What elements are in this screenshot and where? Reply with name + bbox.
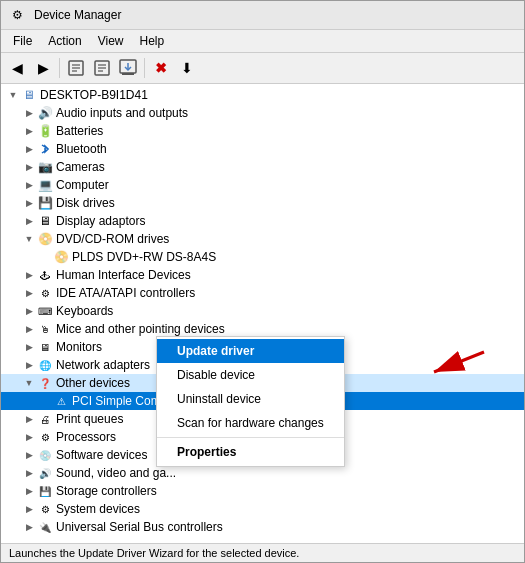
keyboards-icon: ⌨	[37, 303, 53, 319]
list-item[interactable]: ▶ 💻 Computer	[1, 176, 524, 194]
expand-storage[interactable]: ▶	[21, 483, 37, 499]
list-item[interactable]: ▶ 💾 Storage controllers	[1, 482, 524, 500]
usb-label: Universal Serial Bus controllers	[56, 520, 223, 534]
expand-disk[interactable]: ▶	[21, 195, 37, 211]
expand-batteries[interactable]: ▶	[21, 123, 37, 139]
list-item[interactable]: ▶ 📀 PLDS DVD+-RW DS-8A4S	[1, 248, 524, 266]
hid-label: Human Interface Devices	[56, 268, 191, 282]
expand-software[interactable]: ▶	[21, 447, 37, 463]
list-item[interactable]: ▶ 🕹 Human Interface Devices	[1, 266, 524, 284]
toolbar-forward[interactable]: ▶	[31, 56, 55, 80]
disk-label: Disk drives	[56, 196, 115, 210]
mice-icon: 🖱	[37, 321, 53, 337]
root-label: DESKTOP-B9I1D41	[40, 88, 148, 102]
status-text: Launches the Update Driver Wizard for th…	[9, 547, 299, 559]
storage-icon: 💾	[37, 483, 53, 499]
expand-bluetooth[interactable]: ▶	[21, 141, 37, 157]
list-item[interactable]: ▶ 📷 Cameras	[1, 158, 524, 176]
toolbar-update[interactable]	[116, 56, 140, 80]
batteries-label: Batteries	[56, 124, 103, 138]
expand-computer[interactable]: ▶	[21, 177, 37, 193]
keyboards-label: Keyboards	[56, 304, 113, 318]
expand-other[interactable]: ▼	[21, 375, 37, 391]
other-label: Other devices	[56, 376, 130, 390]
toolbar-separator-1	[59, 58, 60, 78]
toolbar-delete[interactable]: ✖	[149, 56, 173, 80]
disk-icon: 💾	[37, 195, 53, 211]
menu-help[interactable]: Help	[132, 32, 173, 50]
storage-label: Storage controllers	[56, 484, 157, 498]
print-icon: 🖨	[37, 411, 53, 427]
sound-icon: 🔊	[37, 465, 53, 481]
network-icon: 🌐	[37, 357, 53, 373]
cameras-label: Cameras	[56, 160, 105, 174]
system-label: System devices	[56, 502, 140, 516]
status-bar: Launches the Update Driver Wizard for th…	[1, 543, 524, 562]
expand-processors[interactable]: ▶	[21, 429, 37, 445]
pci-icon: ⚠	[53, 393, 69, 409]
software-label: Software devices	[56, 448, 147, 462]
expand-network[interactable]: ▶	[21, 357, 37, 373]
main-content: ▼ 🖥 DESKTOP-B9I1D41 ▶ 🔊 Audio inputs and…	[1, 84, 524, 543]
processors-label: Processors	[56, 430, 116, 444]
computer-icon: 💻	[37, 177, 53, 193]
display-icon: 🖥	[37, 213, 53, 229]
bluetooth-icon	[37, 141, 53, 157]
monitors-icon: 🖥	[37, 339, 53, 355]
tree-root[interactable]: ▼ 🖥 DESKTOP-B9I1D41	[1, 86, 524, 104]
expand-root[interactable]: ▼	[5, 87, 21, 103]
menu-file[interactable]: File	[5, 32, 40, 50]
list-item[interactable]: ▶ ⌨ Keyboards	[1, 302, 524, 320]
list-item[interactable]: ▶ 🔋 Batteries	[1, 122, 524, 140]
menu-view[interactable]: View	[90, 32, 132, 50]
toolbar-scan[interactable]	[90, 56, 114, 80]
system-icon: ⚙	[37, 501, 53, 517]
dvd-label: DVD/CD-ROM drives	[56, 232, 169, 246]
expand-system[interactable]: ▶	[21, 501, 37, 517]
hid-icon: 🕹	[37, 267, 53, 283]
expand-display[interactable]: ▶	[21, 213, 37, 229]
toolbar-back[interactable]: ◀	[5, 56, 29, 80]
audio-icon: 🔊	[37, 105, 53, 121]
list-item[interactable]: ▶ 💾 Disk drives	[1, 194, 524, 212]
expand-ide[interactable]: ▶	[21, 285, 37, 301]
menu-action[interactable]: Action	[40, 32, 89, 50]
print-label: Print queues	[56, 412, 123, 426]
ctx-scan-hardware[interactable]: Scan for hardware changes	[157, 411, 344, 435]
toolbar-properties[interactable]	[64, 56, 88, 80]
expand-hid[interactable]: ▶	[21, 267, 37, 283]
cameras-icon: 📷	[37, 159, 53, 175]
root-icon: 🖥	[21, 87, 37, 103]
toolbar-refresh[interactable]: ⬇	[175, 56, 199, 80]
list-item[interactable]: ▶ Bluetooth	[1, 140, 524, 158]
list-item[interactable]: ▶ 🔊 Audio inputs and outputs	[1, 104, 524, 122]
dvd-icon: 📀	[37, 231, 53, 247]
list-item[interactable]: ▶ 🔌 Universal Serial Bus controllers	[1, 518, 524, 536]
ctx-properties[interactable]: Properties	[157, 440, 344, 464]
ctx-update-driver[interactable]: Update driver	[157, 339, 344, 363]
expand-sound[interactable]: ▶	[21, 465, 37, 481]
expand-dvd[interactable]: ▼	[21, 231, 37, 247]
usb-icon: 🔌	[37, 519, 53, 535]
device-tree[interactable]: ▼ 🖥 DESKTOP-B9I1D41 ▶ 🔊 Audio inputs and…	[1, 84, 524, 543]
list-item[interactable]: ▶ 🖥 Display adaptors	[1, 212, 524, 230]
expand-cameras[interactable]: ▶	[21, 159, 37, 175]
window-title: Device Manager	[34, 8, 121, 22]
list-item[interactable]: ▶ ⚙ System devices	[1, 500, 524, 518]
list-item[interactable]: ▶ ⚙ IDE ATA/ATAPI controllers	[1, 284, 524, 302]
title-icon: ⚙	[9, 7, 25, 23]
display-label: Display adaptors	[56, 214, 145, 228]
expand-monitors[interactable]: ▶	[21, 339, 37, 355]
list-item[interactable]: ▼ 📀 DVD/CD-ROM drives	[1, 230, 524, 248]
bluetooth-label: Bluetooth	[56, 142, 107, 156]
plds-icon: 📀	[53, 249, 69, 265]
batteries-icon: 🔋	[37, 123, 53, 139]
expand-mice[interactable]: ▶	[21, 321, 37, 337]
expand-audio[interactable]: ▶	[21, 105, 37, 121]
expand-usb[interactable]: ▶	[21, 519, 37, 535]
expand-keyboards[interactable]: ▶	[21, 303, 37, 319]
ctx-separator	[157, 437, 344, 438]
expand-print[interactable]: ▶	[21, 411, 37, 427]
ctx-uninstall-device[interactable]: Uninstall device	[157, 387, 344, 411]
ctx-disable-device[interactable]: Disable device	[157, 363, 344, 387]
